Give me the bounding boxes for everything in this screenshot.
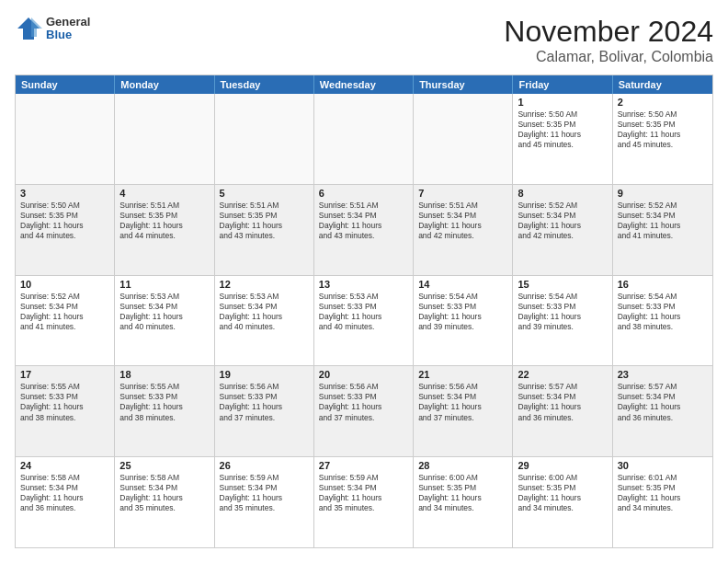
day-number: 11 <box>119 279 209 290</box>
calendar-cell: 8Sunrise: 5:52 AM Sunset: 5:34 PM Daylig… <box>513 185 612 275</box>
day-info: Sunrise: 5:59 AM Sunset: 5:34 PM Dayligh… <box>319 473 408 513</box>
calendar-cell: 27Sunrise: 5:59 AM Sunset: 5:34 PM Dayli… <box>314 457 414 547</box>
calendar-cell: 16Sunrise: 5:54 AM Sunset: 5:33 PM Dayli… <box>613 276 712 366</box>
day-number: 22 <box>518 369 607 380</box>
day-number: 17 <box>20 369 109 380</box>
day-info: Sunrise: 5:50 AM Sunset: 5:35 PM Dayligh… <box>20 201 109 241</box>
day-number: 26 <box>220 460 309 471</box>
calendar-header: SundayMondayTuesdayWednesdayThursdayFrid… <box>16 75 712 94</box>
day-info: Sunrise: 5:55 AM Sunset: 5:33 PM Dayligh… <box>119 382 209 422</box>
calendar-cell: 18Sunrise: 5:55 AM Sunset: 5:33 PM Dayli… <box>115 366 214 456</box>
day-info: Sunrise: 5:51 AM Sunset: 5:35 PM Dayligh… <box>119 201 209 241</box>
calendar-cell: 11Sunrise: 5:53 AM Sunset: 5:34 PM Dayli… <box>115 276 214 366</box>
day-number: 28 <box>418 460 507 471</box>
logo-blue-text: Blue <box>46 29 90 41</box>
calendar-cell <box>314 94 414 184</box>
day-number: 1 <box>518 97 607 108</box>
day-info: Sunrise: 5:57 AM Sunset: 5:34 PM Dayligh… <box>518 382 607 422</box>
logo-general-text: General <box>46 16 90 29</box>
calendar-cell: 15Sunrise: 5:54 AM Sunset: 5:33 PM Dayli… <box>513 276 612 366</box>
day-info: Sunrise: 5:53 AM Sunset: 5:33 PM Dayligh… <box>319 292 408 332</box>
day-info: Sunrise: 5:59 AM Sunset: 5:34 PM Dayligh… <box>220 473 309 513</box>
calendar-cell: 28Sunrise: 6:00 AM Sunset: 5:35 PM Dayli… <box>414 457 513 547</box>
day-number: 29 <box>518 460 607 471</box>
calendar-body: 1Sunrise: 5:50 AM Sunset: 5:35 PM Daylig… <box>16 94 712 547</box>
calendar-cell: 5Sunrise: 5:51 AM Sunset: 5:35 PM Daylig… <box>215 185 314 275</box>
calendar-cell: 25Sunrise: 5:58 AM Sunset: 5:34 PM Dayli… <box>115 457 214 547</box>
calendar-cell <box>215 94 314 184</box>
day-number: 16 <box>618 279 708 290</box>
calendar-cell: 6Sunrise: 5:51 AM Sunset: 5:34 PM Daylig… <box>314 185 414 275</box>
calendar-cell: 1Sunrise: 5:50 AM Sunset: 5:35 PM Daylig… <box>513 94 612 184</box>
calendar-cell: 23Sunrise: 5:57 AM Sunset: 5:34 PM Dayli… <box>613 366 712 456</box>
day-number: 13 <box>319 279 408 290</box>
day-number: 25 <box>119 460 209 471</box>
day-number: 9 <box>618 188 708 199</box>
logo: General Blue <box>15 15 90 42</box>
day-number: 3 <box>20 188 109 199</box>
day-number: 23 <box>618 369 708 380</box>
day-number: 2 <box>618 97 708 108</box>
day-number: 8 <box>518 188 607 199</box>
day-info: Sunrise: 5:54 AM Sunset: 5:33 PM Dayligh… <box>618 292 708 332</box>
header-day-tuesday: Tuesday <box>215 75 314 94</box>
day-number: 7 <box>418 188 507 199</box>
day-number: 27 <box>319 460 408 471</box>
header-day-monday: Monday <box>115 75 214 94</box>
day-number: 30 <box>618 460 708 471</box>
day-number: 20 <box>319 369 408 380</box>
day-info: Sunrise: 5:53 AM Sunset: 5:34 PM Dayligh… <box>220 292 309 332</box>
day-info: Sunrise: 5:50 AM Sunset: 5:35 PM Dayligh… <box>618 109 708 150</box>
day-info: Sunrise: 5:50 AM Sunset: 5:35 PM Dayligh… <box>518 109 607 150</box>
day-info: Sunrise: 5:56 AM Sunset: 5:34 PM Dayligh… <box>418 382 507 422</box>
day-number: 4 <box>119 188 209 199</box>
day-info: Sunrise: 5:51 AM Sunset: 5:34 PM Dayligh… <box>319 201 408 241</box>
calendar-cell: 30Sunrise: 6:01 AM Sunset: 5:35 PM Dayli… <box>613 457 712 547</box>
logo-icon <box>15 15 42 42</box>
day-number: 5 <box>220 188 309 199</box>
day-number: 21 <box>418 369 507 380</box>
calendar-cell: 7Sunrise: 5:51 AM Sunset: 5:34 PM Daylig… <box>414 185 513 275</box>
calendar-cell: 12Sunrise: 5:53 AM Sunset: 5:34 PM Dayli… <box>215 276 314 366</box>
day-info: Sunrise: 6:01 AM Sunset: 5:35 PM Dayligh… <box>618 473 708 513</box>
day-info: Sunrise: 5:51 AM Sunset: 5:35 PM Dayligh… <box>220 201 309 241</box>
day-info: Sunrise: 5:57 AM Sunset: 5:34 PM Dayligh… <box>618 382 708 422</box>
calendar-cell <box>16 94 115 184</box>
calendar: SundayMondayTuesdayWednesdayThursdayFrid… <box>15 75 713 548</box>
day-number: 12 <box>220 279 309 290</box>
calendar-cell: 13Sunrise: 5:53 AM Sunset: 5:33 PM Dayli… <box>314 276 414 366</box>
calendar-cell <box>414 94 513 184</box>
day-number: 24 <box>20 460 109 471</box>
header-day-saturday: Saturday <box>613 75 712 94</box>
calendar-cell: 21Sunrise: 5:56 AM Sunset: 5:34 PM Dayli… <box>414 366 513 456</box>
header-day-thursday: Thursday <box>414 75 513 94</box>
calendar-week-1: 1Sunrise: 5:50 AM Sunset: 5:35 PM Daylig… <box>16 94 712 184</box>
page: General Blue November 2024 Calamar, Boli… <box>0 0 728 563</box>
header: General Blue November 2024 Calamar, Boli… <box>15 15 713 65</box>
calendar-cell: 22Sunrise: 5:57 AM Sunset: 5:34 PM Dayli… <box>513 366 612 456</box>
calendar-week-5: 24Sunrise: 5:58 AM Sunset: 5:34 PM Dayli… <box>16 456 712 547</box>
calendar-cell: 14Sunrise: 5:54 AM Sunset: 5:33 PM Dayli… <box>414 276 513 366</box>
day-number: 19 <box>220 369 309 380</box>
calendar-cell: 3Sunrise: 5:50 AM Sunset: 5:35 PM Daylig… <box>16 185 115 275</box>
header-day-sunday: Sunday <box>16 75 115 94</box>
day-number: 6 <box>319 188 408 199</box>
calendar-week-2: 3Sunrise: 5:50 AM Sunset: 5:35 PM Daylig… <box>16 184 712 275</box>
day-info: Sunrise: 5:55 AM Sunset: 5:33 PM Dayligh… <box>20 382 109 422</box>
month-title: November 2024 <box>504 15 713 49</box>
title-block: November 2024 Calamar, Bolivar, Colombia <box>504 15 713 65</box>
svg-marker-1 <box>31 17 42 37</box>
location: Calamar, Bolivar, Colombia <box>504 49 713 65</box>
calendar-cell: 2Sunrise: 5:50 AM Sunset: 5:35 PM Daylig… <box>613 94 712 184</box>
calendar-cell: 20Sunrise: 5:56 AM Sunset: 5:33 PM Dayli… <box>314 366 414 456</box>
day-info: Sunrise: 5:54 AM Sunset: 5:33 PM Dayligh… <box>418 292 507 332</box>
day-info: Sunrise: 5:51 AM Sunset: 5:34 PM Dayligh… <box>418 201 507 241</box>
day-info: Sunrise: 6:00 AM Sunset: 5:35 PM Dayligh… <box>518 473 607 513</box>
day-number: 10 <box>20 279 109 290</box>
calendar-cell: 9Sunrise: 5:52 AM Sunset: 5:34 PM Daylig… <box>613 185 712 275</box>
day-info: Sunrise: 5:56 AM Sunset: 5:33 PM Dayligh… <box>220 382 309 422</box>
day-info: Sunrise: 5:52 AM Sunset: 5:34 PM Dayligh… <box>618 201 708 241</box>
calendar-cell: 4Sunrise: 5:51 AM Sunset: 5:35 PM Daylig… <box>115 185 214 275</box>
logo-text: General Blue <box>46 16 90 42</box>
day-info: Sunrise: 5:52 AM Sunset: 5:34 PM Dayligh… <box>518 201 607 241</box>
